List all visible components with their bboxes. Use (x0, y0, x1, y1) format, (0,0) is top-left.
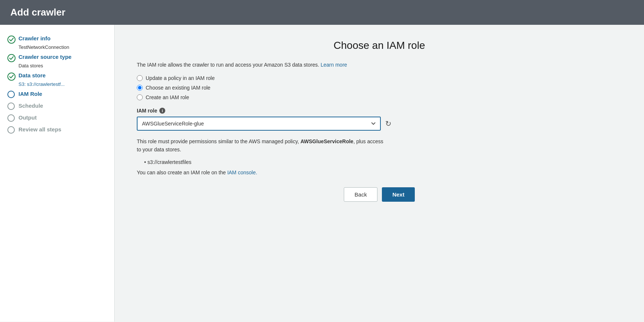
sidebar-step-label-crawler-source-type[interactable]: Crawler source type (18, 54, 71, 60)
iam-select-row: AWSGlueServiceRole-glue ↻ (137, 117, 622, 131)
step-inactive-icon-schedule (7, 103, 15, 110)
sidebar: Crawler info TestNetworkConnection Crawl… (0, 25, 115, 322)
iam-console-link[interactable]: IAM console. (227, 170, 257, 175)
radio-label-choose-existing[interactable]: Choose an existing IAM role (146, 85, 210, 91)
sidebar-step-label-output: Output (18, 114, 37, 121)
permission-note-part1: This role must provide permissions simil… (137, 138, 299, 144)
sidebar-step-label-review-all-steps: Review all steps (18, 126, 61, 133)
step-completed-icon-crawler-source-type (7, 54, 16, 62)
sidebar-item-crawler-info: Crawler info TestNetworkConnection (7, 35, 107, 50)
sidebar-step-sublabel-crawler-info: TestNetworkConnection (18, 44, 107, 50)
step-inactive-icon-output (7, 114, 15, 122)
permission-note-bold: AWSGlueServiceRole (301, 138, 353, 144)
sidebar-item-iam-role: IAM Role (7, 91, 107, 98)
sidebar-item-schedule: Schedule (7, 103, 107, 110)
main-page-title: Choose an IAM role (137, 40, 622, 51)
sidebar-step-label-schedule: Schedule (18, 103, 43, 109)
page-header-title: Add crawler (10, 7, 634, 18)
radio-choose-existing[interactable] (137, 85, 143, 91)
iam-role-label: IAM role i (137, 108, 622, 114)
learn-more-link[interactable]: Learn more (321, 62, 347, 68)
back-button[interactable]: Back (344, 187, 377, 202)
bullet-s3-path: • s3://crawlertestfiles (144, 159, 622, 165)
sidebar-step-label-iam-role[interactable]: IAM Role (18, 91, 42, 97)
description-text: The IAM role allows the crawler to run a… (137, 62, 319, 68)
step-completed-icon-data-store (7, 73, 16, 81)
radio-update-policy[interactable] (137, 75, 143, 81)
radio-label-create-new[interactable]: Create an IAM role (146, 94, 189, 100)
radio-item-create-new[interactable]: Create an IAM role (137, 94, 622, 100)
sidebar-item-review-all-steps: Review all steps (7, 126, 107, 134)
refresh-icon[interactable]: ↻ (385, 119, 392, 128)
iam-role-select[interactable]: AWSGlueServiceRole-glue (137, 117, 381, 131)
main-description: The IAM role allows the crawler to run a… (137, 62, 388, 68)
iam-console-note: You can also create an IAM role on the I… (137, 170, 622, 175)
radio-create-new[interactable] (137, 94, 143, 100)
step-active-icon-iam-role (7, 91, 15, 98)
sidebar-step-sublabel-crawler-source-type: Data stores (18, 63, 107, 68)
sidebar-item-output: Output (7, 114, 107, 122)
main-content: Choose an IAM role The IAM role allows t… (115, 25, 644, 322)
step-completed-icon-crawler-info (7, 36, 16, 44)
next-button[interactable]: Next (382, 187, 415, 202)
console-note-text: You can also create an IAM role on the (137, 170, 226, 175)
button-row: Back Next (137, 187, 622, 202)
info-icon[interactable]: i (159, 108, 165, 114)
radio-label-update-policy[interactable]: Update a policy in an IAM role (146, 75, 215, 81)
radio-item-update-policy[interactable]: Update a policy in an IAM role (137, 75, 622, 81)
iam-role-label-text: IAM role (137, 108, 157, 114)
radio-item-choose-existing[interactable]: Choose an existing IAM role (137, 85, 622, 91)
step-inactive-icon-review-all-steps (7, 126, 15, 134)
sidebar-step-label-crawler-info[interactable]: Crawler info (18, 35, 51, 41)
sidebar-step-label-data-store[interactable]: Data store (18, 72, 45, 78)
sidebar-item-data-store: Data store S3: s3://crawlertestf... (7, 72, 107, 87)
sidebar-step-sublabel-data-store[interactable]: S3: s3://crawlertestf... (18, 81, 107, 87)
radio-group-iam: Update a policy in an IAM role Choose an… (137, 75, 622, 100)
permission-note: This role must provide permissions simil… (137, 137, 388, 154)
sidebar-item-crawler-source-type: Crawler source type Data stores (7, 54, 107, 68)
